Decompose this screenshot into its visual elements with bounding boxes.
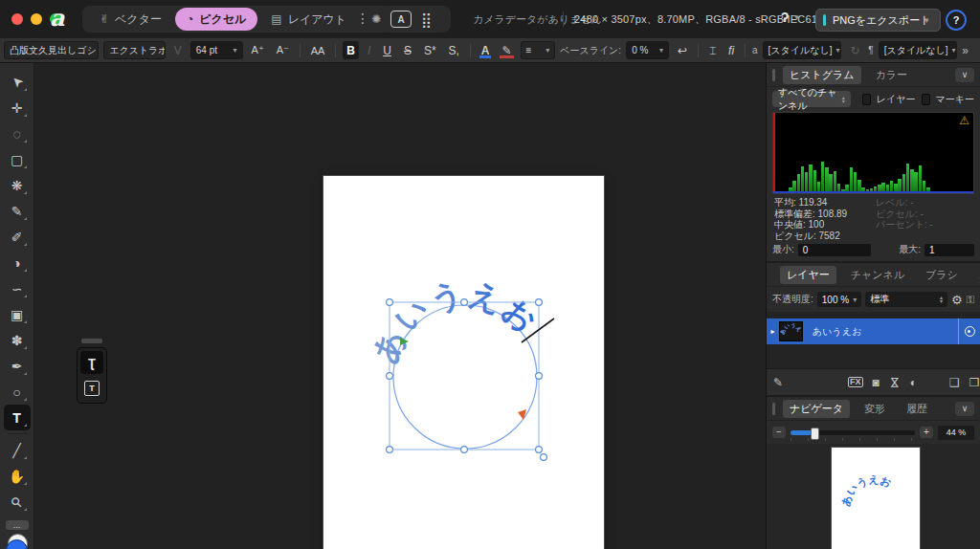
- smudge-brush-tool[interactable]: ∽: [4, 275, 31, 301]
- translate-icon[interactable]: A: [390, 11, 412, 28]
- tab-history[interactable]: 履歴: [900, 400, 934, 418]
- persona-tab-vector[interactable]: ✌ ベクター: [88, 8, 173, 31]
- frame-text-tool-button[interactable]: T: [80, 377, 103, 400]
- font-weight-value: エクストラボー…: [109, 44, 166, 57]
- highlight-button[interactable]: ✎: [498, 41, 515, 59]
- alignment-select[interactable]: ≡ ▾: [521, 41, 556, 59]
- character-style-select[interactable]: [スタイルなし] ▾: [763, 41, 842, 59]
- tab-histogram[interactable]: ヒストグラム: [783, 66, 861, 84]
- fill-stroke-swatch[interactable]: [5, 534, 30, 549]
- layer-checkbox[interactable]: [862, 94, 871, 105]
- zoom-slider[interactable]: [791, 430, 915, 435]
- bold-button[interactable]: B: [343, 41, 359, 59]
- node-tool[interactable]: ✛: [4, 95, 31, 121]
- font-color-button[interactable]: A: [478, 41, 494, 59]
- hook-menu-button[interactable]: ʔ ▾: [781, 9, 799, 25]
- channel-select[interactable]: すべてのチャンネル ▴▾: [772, 91, 851, 107]
- opacity-select[interactable]: 100 % ▾: [817, 292, 861, 307]
- paragraph-style-select[interactable]: [スタイルなし] ▾: [879, 41, 958, 59]
- italic-button[interactable]: I: [364, 41, 374, 59]
- dodge-brush-tool[interactable]: ◑: [4, 250, 31, 275]
- selection-brush-tool[interactable]: ◌: [4, 121, 31, 146]
- decrease-size-button[interactable]: A⁻: [273, 41, 293, 59]
- underline-button[interactable]: U: [379, 41, 395, 59]
- tab-navigator[interactable]: ナビゲータ: [783, 400, 850, 418]
- artistic-text-tool[interactable]: T: [4, 405, 31, 430]
- style-refresh-icon[interactable]: ↻: [846, 41, 863, 59]
- visibility-toggle[interactable]: [959, 326, 980, 337]
- font-family-select[interactable]: 凸版文久見出しゴシック ▾: [4, 41, 99, 59]
- fx-icon[interactable]: FX: [848, 377, 863, 387]
- export-png-button[interactable]: PNGをエクスポート: [815, 9, 941, 32]
- tab-brushes[interactable]: ブラシ: [919, 266, 965, 284]
- adjustment-icon[interactable]: ◐: [910, 377, 917, 388]
- navigator-preview[interactable]: あいうえお: [767, 444, 980, 549]
- more-tools-button[interactable]: ...: [6, 520, 29, 530]
- group-folder-icon[interactable]: ❒: [969, 377, 980, 388]
- blur-brush-tool[interactable]: ✽: [4, 327, 31, 353]
- pen-tool[interactable]: ✒: [4, 353, 31, 379]
- blend-mode-select[interactable]: 標準 ▴▾: [865, 292, 947, 307]
- artistic-text-tool-button[interactable]: Ʈ: [80, 351, 103, 374]
- gear-icon[interactable]: ⚙: [951, 293, 963, 307]
- text-frame-button[interactable]: ⌶: [705, 41, 720, 59]
- eraser-tool[interactable]: ✐: [4, 224, 31, 250]
- superscript-button[interactable]: S*: [420, 41, 440, 59]
- color-picker-tool[interactable]: ╱: [4, 437, 31, 463]
- close-button[interactable]: [11, 13, 23, 25]
- panel-chevron-icon[interactable]: ∨: [955, 68, 974, 82]
- zoom-value[interactable]: 44 %: [938, 426, 974, 440]
- marquee-checkbox[interactable]: [922, 94, 930, 105]
- edit-icon[interactable]: ✎: [773, 377, 783, 388]
- adjustment-hourglass-icon[interactable]: ⋈: [889, 377, 901, 388]
- layer-thumbnail[interactable]: あいうえお: [779, 321, 803, 341]
- font-size-select[interactable]: 64 pt ▾: [190, 41, 243, 59]
- apps-grid-icon[interactable]: ⣿: [421, 12, 432, 27]
- tab-transform[interactable]: 変形: [858, 400, 892, 418]
- panel-drag-handle[interactable]: [772, 69, 775, 81]
- navigator-page-thumbnail[interactable]: あいうえお: [832, 448, 920, 549]
- marquee-select-tool[interactable]: ▢: [4, 146, 31, 172]
- paint-brush-tool[interactable]: ✎: [4, 198, 31, 224]
- baseline-reset-button[interactable]: ↩: [674, 41, 691, 59]
- strikethrough-button[interactable]: S: [400, 41, 415, 59]
- ellipse-tool[interactable]: ○: [4, 379, 31, 405]
- tab-channels[interactable]: チャンネル: [844, 266, 911, 284]
- zoom-in-button[interactable]: +: [920, 427, 933, 438]
- minimize-button[interactable]: [31, 13, 42, 25]
- pan-tool[interactable]: ✋: [4, 463, 31, 489]
- export-options-chevron-icon[interactable]: ▾: [924, 15, 929, 25]
- move-tool[interactable]: ➤: [4, 69, 31, 95]
- baseline-input[interactable]: 0 % ▾: [626, 41, 669, 59]
- lock-icon[interactable]: ⚿: [967, 294, 974, 306]
- vertical-text-button[interactable]: V: [170, 41, 186, 59]
- typography-button[interactable]: AA: [307, 41, 329, 59]
- ligatures-button[interactable]: fi: [724, 41, 738, 59]
- layer-expand-icon[interactable]: ▸: [767, 327, 779, 336]
- layer-row-selected[interactable]: ▸ あいうえお あいうえお: [767, 318, 980, 344]
- max-input[interactable]: 1: [924, 244, 974, 256]
- clone-stamp-tool[interactable]: ▣: [4, 301, 31, 327]
- panel-drag-handle[interactable]: [772, 403, 775, 415]
- tab-color[interactable]: カラー: [869, 66, 915, 84]
- more-personas-icon[interactable]: ⋮: [356, 11, 369, 26]
- persona-tab-pixel[interactable]: ◔ ピクセル: [175, 8, 257, 31]
- help-button[interactable]: ?: [946, 10, 967, 31]
- tab-layers[interactable]: レイヤー: [780, 266, 836, 284]
- zoom-tool[interactable]: ⚲: [4, 489, 31, 515]
- persona-tab-layout[interactable]: ▤ レイアウト: [259, 8, 358, 31]
- font-weight-select[interactable]: エクストラボー… ▴▾: [103, 41, 166, 59]
- tab-stock[interactable]: ストック: [972, 266, 980, 284]
- min-input[interactable]: 0: [798, 244, 871, 256]
- zoom-out-button[interactable]: −: [772, 427, 786, 438]
- document-page[interactable]: [323, 176, 604, 549]
- mask-icon[interactable]: ◙: [873, 377, 880, 388]
- smart-select-tool[interactable]: ❋: [4, 172, 31, 198]
- increase-size-button[interactable]: A⁺: [248, 41, 268, 59]
- panel-chevron-icon[interactable]: ∨: [955, 402, 974, 416]
- toolbar-overflow-icon[interactable]: »: [962, 44, 969, 57]
- new-layer-icon[interactable]: ❑: [949, 377, 960, 388]
- canvas-area[interactable]: あいうえお Ʈ T: [34, 63, 766, 549]
- subscript-button[interactable]: S,: [445, 41, 463, 59]
- flyout-drag-handle[interactable]: [81, 339, 102, 343]
